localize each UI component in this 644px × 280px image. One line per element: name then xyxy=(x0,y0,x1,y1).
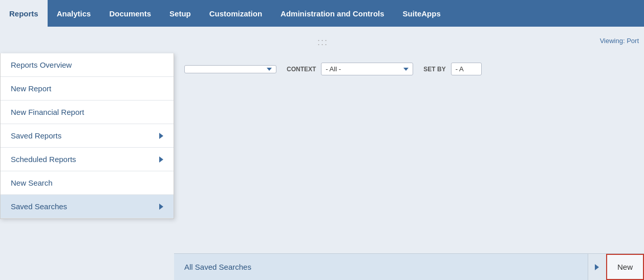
context-dropdown[interactable]: - All - xyxy=(321,63,413,75)
menu-label-new-financial-report: New Financial Report xyxy=(11,108,84,116)
reports-dropdown-menu: Reports Overview New Report New Financia… xyxy=(0,53,174,219)
nav-label-documents: Documents xyxy=(109,9,151,18)
submenu-chevron-right-icon xyxy=(595,264,599,270)
nav-item-reports[interactable]: Reports xyxy=(0,0,48,27)
nav-label-setup: Setup xyxy=(169,9,191,18)
drag-handle: ::: xyxy=(317,37,328,48)
new-button-label: New xyxy=(617,263,633,271)
menu-label-new-report: New Report xyxy=(11,84,51,93)
nav-label-customization: Customization xyxy=(209,9,262,18)
first-dropdown[interactable] xyxy=(184,65,276,73)
menu-item-saved-searches[interactable]: Saved Searches xyxy=(1,195,174,218)
new-button[interactable]: New xyxy=(606,254,644,280)
menu-label-reports-overview: Reports Overview xyxy=(11,61,72,69)
context-dropdown-arrow-icon xyxy=(403,68,409,71)
new-button-group: New xyxy=(588,254,644,280)
menu-item-reports-overview[interactable]: Reports Overview xyxy=(1,53,174,77)
nav-label-analytics: Analytics xyxy=(57,9,91,18)
filter-row: CONTEXT - All - SET BY - A xyxy=(174,63,644,75)
nav-item-analytics[interactable]: Analytics xyxy=(48,0,100,27)
submenu-chevron-button[interactable] xyxy=(588,254,606,280)
all-saved-searches-text: All Saved Searches xyxy=(184,263,251,271)
menu-item-new-financial-report[interactable]: New Financial Report xyxy=(1,101,174,124)
setby-dropdown[interactable]: - A xyxy=(451,63,482,75)
context-label: CONTEXT xyxy=(287,66,316,73)
first-dropdown-arrow-icon xyxy=(267,68,272,71)
menu-label-scheduled-reports: Scheduled Reports xyxy=(11,155,76,164)
nav-item-admin[interactable]: Administration and Controls xyxy=(271,0,394,27)
saved-searches-submenu-row: All Saved Searches New xyxy=(174,253,644,280)
chevron-right-icon-saved-searches xyxy=(159,204,163,210)
setby-dropdown-value: - A xyxy=(456,65,464,73)
navigation-bar: Reports Analytics Documents Setup Custom… xyxy=(0,0,644,27)
nav-item-documents[interactable]: Documents xyxy=(100,0,160,27)
menu-item-new-search[interactable]: New Search xyxy=(1,171,174,195)
menu-item-new-report[interactable]: New Report xyxy=(1,77,174,101)
context-dropdown-value: - All - xyxy=(326,65,341,73)
menu-label-saved-searches: Saved Searches xyxy=(11,202,67,211)
nav-item-setup[interactable]: Setup xyxy=(160,0,200,27)
nav-label-reports: Reports xyxy=(9,9,38,18)
nav-item-suiteapps[interactable]: SuiteApps xyxy=(394,0,450,27)
nav-item-customization[interactable]: Customization xyxy=(200,0,271,27)
all-saved-searches-link[interactable]: All Saved Searches xyxy=(174,254,262,280)
menu-item-scheduled-reports[interactable]: Scheduled Reports xyxy=(1,148,174,171)
content-area: Viewing: Port ::: CONTEXT - All - SET BY… xyxy=(0,27,644,280)
nav-label-suiteapps: SuiteApps xyxy=(403,9,441,18)
chevron-right-icon-scheduled-reports xyxy=(159,156,163,163)
menu-label-new-search: New Search xyxy=(11,178,53,187)
chevron-right-icon-saved-reports xyxy=(159,133,163,139)
nav-label-admin: Administration and Controls xyxy=(281,9,384,18)
viewing-label: Viewing: Port xyxy=(600,37,639,45)
setby-label: SET BY xyxy=(423,66,445,73)
menu-label-saved-reports: Saved Reports xyxy=(11,131,61,140)
menu-item-saved-reports[interactable]: Saved Reports xyxy=(1,124,174,148)
